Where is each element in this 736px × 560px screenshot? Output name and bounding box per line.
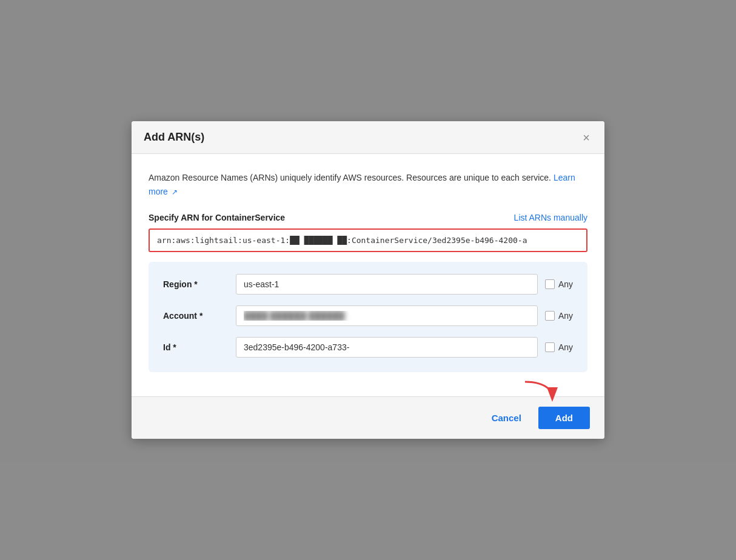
arn-fields-panel: Region * Any Account * Any [149,262,587,372]
account-row: Account * Any [163,305,573,326]
specify-arn-header: Specify ARN for ContainerService List AR… [149,213,587,222]
id-any-checkbox[interactable] [545,342,555,352]
description-text: Amazon Resource Names (ARNs) uniquely id… [149,171,587,198]
id-label: Id * [163,342,236,352]
account-any-label: Any [558,311,573,321]
close-button[interactable]: × [580,132,592,144]
region-any-checkbox[interactable] [545,279,555,289]
modal-body: Amazon Resource Names (ARNs) uniquely id… [132,154,604,396]
cancel-button[interactable]: Cancel [482,408,531,428]
external-link-icon: ↗︎ [172,188,178,196]
list-arns-manually-link[interactable]: List ARNs manually [514,213,587,222]
add-button[interactable]: Add [538,407,590,429]
account-any-wrapper: Any [545,311,573,321]
account-any-checkbox[interactable] [545,311,555,321]
id-any-label: Any [558,342,573,352]
region-label: Region * [163,279,236,289]
modal-footer: Cancel Add [132,396,604,439]
account-label: Account * [163,311,236,321]
modal-header: Add ARN(s) × [132,121,604,154]
id-row: Id * Any [163,337,573,358]
arn-input[interactable] [150,230,586,251]
account-input[interactable] [236,305,538,326]
region-row: Region * Any [163,274,573,295]
region-any-wrapper: Any [545,279,573,289]
region-input[interactable] [236,274,538,295]
arn-input-wrapper [149,228,587,252]
modal-title: Add ARN(s) [144,131,204,144]
id-any-wrapper: Any [545,342,573,352]
id-input[interactable] [236,337,538,358]
add-arns-modal: Add ARN(s) × Amazon Resource Names (ARNs… [132,121,604,439]
region-any-label: Any [558,279,573,289]
modal-overlay: Add ARN(s) × Amazon Resource Names (ARNs… [0,0,736,560]
specify-arn-label: Specify ARN for ContainerService [149,213,285,222]
